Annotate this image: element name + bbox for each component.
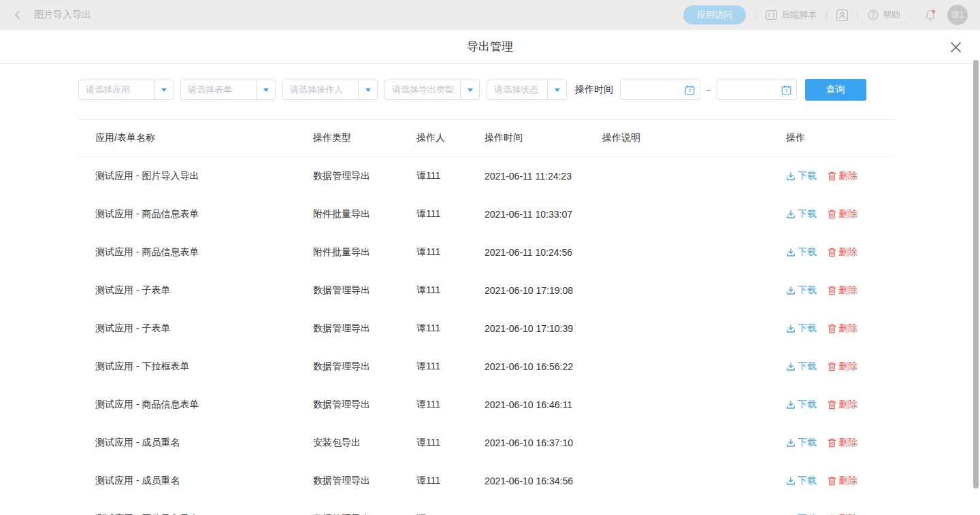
table-body: 测试应用 - 图片导入导出 数据管理导出 谭111 2021-06-11 11:… [78,157,895,515]
filter-select[interactable]: 请选择应用 [78,80,174,100]
cell-actions: 下载 删除 [786,437,895,450]
export-management-modal: 导出管理 请选择应用 请选择表单 请选择操作人 请选择导出类型 请选择状态 操作… [0,30,980,515]
download-link[interactable]: 下载 [786,284,817,297]
column-header: 操作说明 [602,132,786,144]
members-icon[interactable] [836,10,848,21]
modal-header: 导出管理 [0,30,980,64]
cell-operation-type: 安装包导出 [313,437,416,449]
cell-app-form-name: 测试应用 - 子表单 [95,322,313,335]
download-link[interactable]: 下载 [786,322,817,335]
cell-operation-type: 数据管理导出 [313,475,416,487]
backend-script-button[interactable]: 后端脚本 [766,9,817,21]
table-row: 测试应用 - 图片导入导出 数据管理导出 谭111 2021-06-11 11:… [78,157,895,195]
back-icon[interactable] [12,10,23,20]
cell-actions: 下载 删除 [786,246,895,259]
delete-label: 删除 [838,322,858,335]
table-row: 测试应用 - 图片导入导出 数据管理导出 谭111 2021-06-10 16:… [78,500,895,515]
download-label: 下载 [798,513,817,515]
column-header: 应用/表单名称 [95,132,313,144]
chevron-down-icon[interactable] [358,80,377,99]
bell-icon [924,9,936,22]
delete-label: 删除 [838,208,858,220]
delete-link[interactable]: 删除 [828,170,858,182]
cell-operation-time: 2021-06-11 11:24:23 [485,171,602,182]
close-icon[interactable] [947,39,964,55]
chevron-down-icon[interactable] [256,80,275,99]
divider [858,10,858,20]
delete-link[interactable]: 删除 [828,246,858,259]
download-icon [786,286,796,295]
avatar[interactable]: 谭1 [947,5,968,25]
filter-select[interactable]: 请选择表单 [180,80,276,100]
download-link[interactable]: 下载 [786,170,817,182]
cell-app-form-name: 测试应用 - 商品信息表单 [95,399,313,411]
delete-link[interactable]: 删除 [828,513,858,515]
chevron-down-icon[interactable] [547,80,566,99]
cell-operation-type: 数据管理导出 [313,170,416,182]
table-row: 测试应用 - 成员重名 数据管理导出 谭111 2021-06-10 16:34… [78,462,895,500]
vertical-scrollbar[interactable] [973,60,979,488]
filter-select[interactable]: 请选择操作人 [282,80,378,100]
date-end-field[interactable] [717,80,781,99]
app-access-button[interactable]: 应用访问 [683,5,746,24]
svg-text:7: 7 [688,88,691,94]
top-header: 图片导入导出 应用访问 后端脚本 帮助 谭1 [0,0,980,30]
trash-icon [828,210,836,219]
download-link[interactable]: 下载 [786,246,817,259]
download-icon [786,438,796,448]
download-label: 下载 [798,208,817,220]
cell-actions: 下载 删除 [786,170,895,183]
download-icon [786,476,796,486]
trash-icon [828,324,836,333]
download-link[interactable]: 下载 [786,361,817,373]
select-placeholder: 请选择表单 [181,80,256,99]
cell-operation-time: 2021-06-11 10:33:07 [485,209,602,220]
trash-icon [828,248,836,257]
download-label: 下载 [798,475,817,487]
cell-actions: 下载 删除 [786,208,895,221]
cell-operation-time: 2021-06-10 16:46:11 [485,399,602,410]
download-link[interactable]: 下载 [786,513,817,515]
table-row: 测试应用 - 商品信息表单 附件批量导出 谭111 2021-06-11 10:… [78,195,895,233]
filter-select[interactable]: 请选择状态 [487,80,567,100]
help-button[interactable]: 帮助 [868,9,900,21]
download-icon [786,210,796,219]
download-link[interactable]: 下载 [786,437,817,449]
cell-operation-time: 2021-06-10 17:10:39 [485,323,602,334]
download-icon [786,171,796,181]
download-link[interactable]: 下载 [786,399,817,411]
delete-label: 删除 [838,399,858,411]
cell-actions: 下载 删除 [786,322,895,335]
delete-label: 删除 [838,361,858,373]
delete-link[interactable]: 删除 [828,208,858,220]
calendar-icon[interactable]: 7 [685,85,695,95]
delete-link[interactable]: 删除 [828,475,858,487]
date-start-field[interactable] [621,80,685,99]
column-header: 操作 [786,132,895,144]
download-link[interactable]: 下载 [786,475,817,487]
date-start-input[interactable]: 7 [620,80,700,100]
delete-link[interactable]: 删除 [828,322,858,335]
chevron-down-icon[interactable] [460,80,479,99]
delete-label: 删除 [838,284,858,297]
notifications-button[interactable] [924,9,936,22]
delete-link[interactable]: 删除 [828,437,858,449]
search-button[interactable]: 查询 [805,79,866,101]
calendar-icon[interactable]: 7 [781,85,791,95]
select-placeholder: 请选择导出类型 [385,80,460,99]
filter-select[interactable]: 请选择导出类型 [385,80,480,100]
cell-actions: 下载 删除 [786,513,895,515]
download-icon [786,400,796,410]
date-end-input[interactable]: 7 [717,80,797,100]
delete-link[interactable]: 删除 [828,284,858,297]
delete-link[interactable]: 删除 [828,361,858,373]
chevron-down-icon[interactable] [154,80,173,99]
cell-operator: 谭111 [416,322,485,335]
cell-operator: 谭111 [416,437,485,449]
code-icon [766,10,777,20]
cell-operator: 谭111 [416,284,485,297]
download-link[interactable]: 下载 [786,208,817,220]
cell-operation-type: 数据管理导出 [313,399,416,411]
delete-link[interactable]: 删除 [828,399,858,411]
divider [755,10,756,20]
